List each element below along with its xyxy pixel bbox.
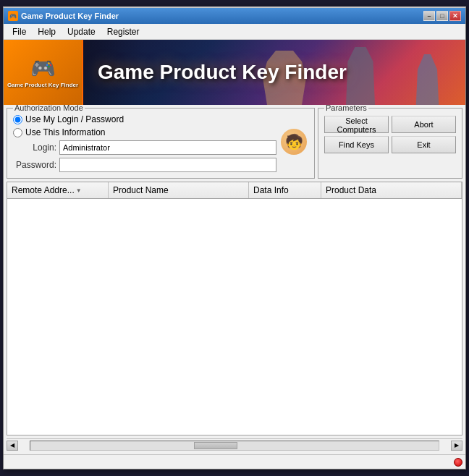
exit-button[interactable]: Exit: [392, 136, 456, 153]
minimize-button[interactable]: –: [423, 11, 435, 21]
password-row: Password:: [13, 158, 276, 172]
main-content: Authorization Mode Use My Login / Passwo…: [4, 105, 465, 454]
table-container: Remote Addre... ▼ Product Name Data Info…: [7, 182, 462, 435]
table-body: [7, 199, 462, 435]
login-row: Login:: [13, 140, 276, 155]
menu-bar: File Help Update Register: [4, 24, 465, 40]
auth-group-label: Authorization Mode: [13, 105, 85, 112]
radio-use-info-label: Use This Information: [25, 127, 106, 137]
menu-help[interactable]: Help: [32, 25, 62, 38]
login-input[interactable]: [59, 140, 276, 155]
window-title: Game Product Key Finder: [21, 12, 119, 20]
login-form: Login: Password:: [13, 140, 276, 172]
password-label: Password:: [13, 160, 56, 170]
abort-button[interactable]: Abort: [392, 116, 456, 133]
maximize-button[interactable]: □: [436, 11, 448, 21]
params-buttons: Select Computers Abort Find Keys Exit: [324, 116, 456, 153]
radio-row-1: Use My Login / Password: [13, 114, 276, 124]
control-panel: Authorization Mode Use My Login / Passwo…: [7, 108, 462, 179]
title-controls: – □ ✕: [423, 11, 461, 21]
banner: 🎮 Game Product Key Finder Game Product K…: [4, 40, 465, 105]
scroll-left-button[interactable]: ◀: [7, 441, 18, 451]
avatar-area: 🧒: [279, 111, 308, 172]
col-product-name[interactable]: Product Name: [109, 182, 249, 198]
menu-file[interactable]: File: [7, 25, 32, 38]
status-led: [454, 458, 462, 467]
banner-title: Game Product Key Finder: [83, 61, 347, 84]
banner-logo: 🎮 Game Product Key Finder: [4, 40, 83, 105]
logo-text: Game Product Key Finder: [7, 82, 78, 88]
parameters-group: Parameters Select Computers Abort Find K…: [318, 108, 462, 179]
auth-radios: Use My Login / Password Use This Informa…: [13, 111, 276, 172]
radio-login-password-label: Use My Login / Password: [25, 114, 124, 124]
menu-register[interactable]: Register: [101, 25, 145, 38]
horizontal-scrollbar[interactable]: [30, 441, 439, 451]
select-computers-button[interactable]: Select Computers: [324, 116, 389, 133]
col-remote-address[interactable]: Remote Addre... ▼: [7, 182, 109, 198]
authorization-group: Authorization Mode Use My Login / Passwo…: [7, 108, 315, 179]
close-button[interactable]: ✕: [449, 11, 461, 21]
radio-row-2: Use This Information: [13, 127, 276, 137]
sort-arrow-icon: ▼: [76, 187, 82, 194]
password-input[interactable]: [59, 158, 276, 172]
radio-use-info[interactable]: [13, 128, 22, 137]
table-header: Remote Addre... ▼ Product Name Data Info…: [7, 182, 462, 199]
avatar: 🧒: [281, 129, 307, 155]
col-product-data[interactable]: Product Data: [321, 182, 462, 198]
title-bar: 🎮 Game Product Key Finder – □ ✕: [4, 8, 465, 24]
find-keys-button[interactable]: Find Keys: [324, 136, 389, 153]
radio-login-password[interactable]: [13, 115, 22, 124]
params-row-1: Select Computers Abort: [324, 116, 456, 133]
login-label: Login:: [13, 143, 56, 153]
col-data-info[interactable]: Data Info: [249, 182, 321, 198]
main-window: 🎮 Game Product Key Finder – □ ✕ File Hel…: [3, 7, 466, 469]
params-group-label: Parameters: [324, 105, 368, 112]
params-row-2: Find Keys Exit: [324, 136, 456, 153]
app-icon: 🎮: [8, 11, 18, 21]
auth-inner: Use My Login / Password Use This Informa…: [13, 111, 308, 172]
scrollbar-thumb[interactable]: [194, 442, 237, 449]
logo-icon: 🎮: [30, 56, 56, 80]
scroll-right-button[interactable]: ▶: [451, 441, 462, 451]
status-bar: [4, 454, 465, 469]
title-bar-left: 🎮 Game Product Key Finder: [8, 11, 119, 21]
menu-update[interactable]: Update: [62, 25, 101, 38]
bottom-bar: ◀ ▶: [7, 438, 462, 451]
